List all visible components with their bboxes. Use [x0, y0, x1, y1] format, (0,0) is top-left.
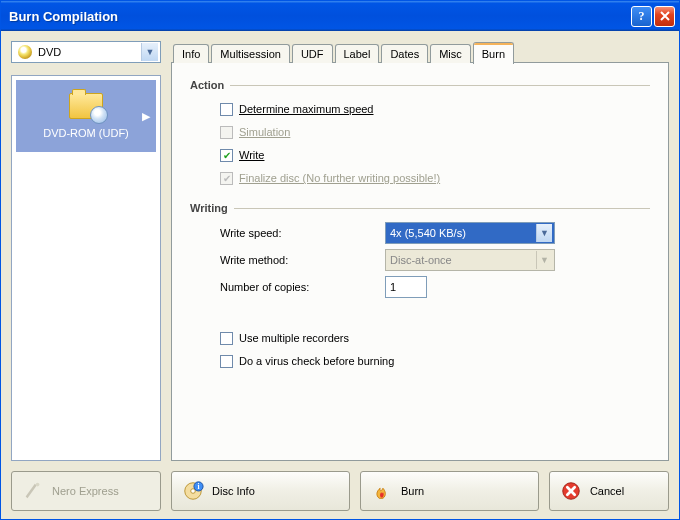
- svg-text:i: i: [197, 482, 199, 491]
- chevron-right-icon: ▶: [142, 110, 150, 123]
- close-button[interactable]: [654, 6, 675, 27]
- chevron-down-icon: ▼: [536, 224, 552, 242]
- number-copies-input[interactable]: [385, 276, 427, 298]
- tab-udf[interactable]: UDF: [292, 44, 333, 63]
- chevron-down-icon: ▼: [536, 251, 552, 269]
- help-button[interactable]: ?: [631, 6, 652, 27]
- nero-express-label: Nero Express: [52, 485, 119, 497]
- checkbox-write[interactable]: ✔: [220, 149, 233, 162]
- disc-info-icon: i: [182, 480, 204, 502]
- disc-info-button[interactable]: i Disc Info: [171, 471, 350, 511]
- label-determine-max-speed: Determine maximum speed: [239, 103, 374, 115]
- tab-dates[interactable]: Dates: [381, 44, 428, 63]
- tab-info[interactable]: Info: [173, 44, 209, 63]
- burn-button[interactable]: Burn: [360, 471, 539, 511]
- burn-tab-panel: Action Determine maximum speed Simulatio…: [171, 62, 669, 461]
- disc-type-value: DVD: [38, 46, 141, 58]
- label-number-copies: Number of copies:: [220, 281, 385, 293]
- window-title: Burn Compilation: [9, 9, 629, 24]
- checkbox-finalize: ✔: [220, 172, 233, 185]
- label-write-method: Write method:: [220, 254, 385, 266]
- tab-bar: Info Multisession UDF Label Dates Misc B…: [171, 41, 669, 63]
- checkbox-determine-max-speed[interactable]: [220, 103, 233, 116]
- compilation-type-list: ▶ DVD-ROM (UDF): [11, 75, 161, 461]
- cancel-icon: [560, 480, 582, 502]
- section-action-heading: Action: [190, 79, 224, 91]
- label-write: Write: [239, 149, 264, 161]
- cancel-button[interactable]: Cancel: [549, 471, 669, 511]
- disc-icon: [18, 45, 32, 59]
- label-virus-check: Do a virus check before burning: [239, 355, 394, 367]
- chevron-down-icon: ▼: [141, 43, 158, 61]
- checkbox-virus-check[interactable]: [220, 355, 233, 368]
- tab-multisession[interactable]: Multisession: [211, 44, 290, 63]
- label-write-speed: Write speed:: [220, 227, 385, 239]
- burn-icon: [371, 480, 393, 502]
- write-speed-dropdown[interactable]: 4x (5,540 KB/s) ▼: [385, 222, 555, 244]
- nero-express-button: Nero Express: [11, 471, 161, 511]
- tab-burn[interactable]: Burn: [473, 42, 514, 64]
- label-multi-recorders: Use multiple recorders: [239, 332, 349, 344]
- titlebar: Burn Compilation ?: [1, 1, 679, 31]
- section-writing-heading: Writing: [190, 202, 228, 214]
- burn-label: Burn: [401, 485, 424, 497]
- write-method-value: Disc-at-once: [390, 254, 536, 266]
- tab-misc[interactable]: Misc: [430, 44, 471, 63]
- disc-info-label: Disc Info: [212, 485, 255, 497]
- label-simulation: Simulation: [239, 126, 290, 138]
- tab-label[interactable]: Label: [335, 44, 380, 63]
- compilation-type-label: DVD-ROM (UDF): [43, 127, 129, 139]
- wizard-icon: [22, 480, 44, 502]
- dialog-button-bar: Nero Express i Disc Info Burn Cancel: [11, 471, 669, 511]
- checkbox-multi-recorders[interactable]: [220, 332, 233, 345]
- checkbox-simulation: [220, 126, 233, 139]
- label-finalize: Finalize disc (No further writing possib…: [239, 172, 440, 184]
- compilation-type-dvdrom-udf[interactable]: ▶ DVD-ROM (UDF): [16, 80, 156, 152]
- write-speed-value: 4x (5,540 KB/s): [390, 227, 536, 239]
- write-method-dropdown: Disc-at-once ▼: [385, 249, 555, 271]
- cancel-label: Cancel: [590, 485, 624, 497]
- disc-type-dropdown[interactable]: DVD ▼: [11, 41, 161, 63]
- svg-point-0: [36, 483, 40, 487]
- folder-disc-icon: [69, 93, 103, 119]
